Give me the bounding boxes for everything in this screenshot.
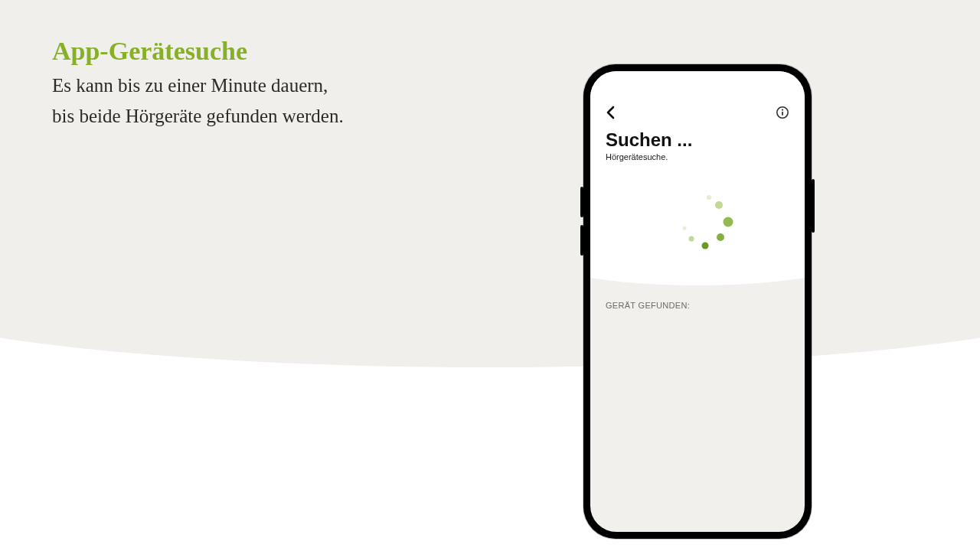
svg-rect-2: [782, 112, 783, 116]
chevron-left-icon: [606, 106, 616, 119]
phone-side-button: [812, 179, 815, 233]
spinner-icon: [652, 190, 743, 259]
svg-point-8: [689, 236, 694, 242]
svg-point-3: [707, 195, 711, 200]
back-button[interactable]: [606, 106, 616, 119]
svg-point-7: [702, 243, 709, 249]
svg-point-9: [683, 227, 687, 230]
page-description: Es kann bis zu einer Minute dauern, bis …: [52, 70, 481, 132]
app-nav-bar: [590, 102, 805, 123]
phone-screen: Suchen ... Hörgerätesuche. GERÄT GEFUNDE…: [590, 71, 805, 532]
svg-point-5: [724, 217, 733, 227]
info-button[interactable]: [776, 106, 789, 119]
description-line-2: bis beide Hörgeräte gefunden werden.: [52, 106, 344, 126]
device-found-label: GERÄT GEFUNDEN:: [606, 301, 690, 310]
info-icon: [776, 106, 789, 119]
phone-mockup: Suchen ... Hörgerätesuche. GERÄT GEFUNDE…: [583, 64, 812, 539]
svg-point-6: [717, 233, 724, 241]
search-title: Suchen ...: [606, 129, 789, 151]
page-title: App-Gerätesuche: [52, 37, 481, 66]
description-line-1: Es kann bis zu einer Minute dauern,: [52, 75, 328, 96]
svg-point-4: [715, 201, 723, 209]
phone-side-button: [580, 225, 583, 256]
instruction-panel: App-Gerätesuche Es kann bis zu einer Min…: [52, 37, 481, 132]
loading-spinner: [590, 190, 805, 259]
phone-side-button: [580, 187, 583, 217]
search-subtitle: Hörgerätesuche.: [606, 152, 789, 161]
svg-point-1: [782, 109, 783, 111]
